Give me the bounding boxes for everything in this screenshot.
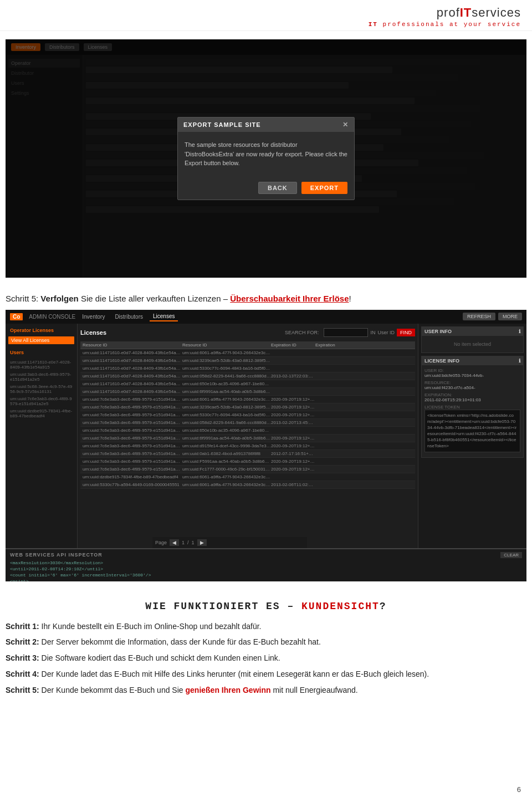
nav-inventory[interactable]: Inventory: [79, 313, 108, 321]
cell-col3: [271, 428, 315, 433]
token-label: LICENSE TOKEN: [424, 405, 520, 410]
more-button[interactable]: MORE: [498, 313, 522, 320]
table-row[interactable]: urn:uuid:7c6e3ab3-dec6-4f89-9579-e151d94…: [80, 450, 415, 458]
cell-col2: urn:uuid:650e10b-ac35-4096-a967-1be80848…: [182, 428, 271, 433]
table-row[interactable]: urn:uuid:11471610-e0d7-4028-8409-43fb1e5…: [80, 372, 415, 380]
prev-page-button[interactable]: ◀: [170, 539, 179, 546]
logo-subtitle-text: professionals at your service: [378, 21, 521, 28]
logo-it: IT: [460, 6, 472, 19]
table-row[interactable]: urn:uuid:7c6e3ab3-dec6-4f89-9579-e151d94…: [80, 427, 415, 435]
cell-col1: urn:uuid:11471610-e0d7-4028-8409-43fb1e5…: [83, 358, 182, 363]
table-row[interactable]: urn:uuid:7c6e3ab3-dec6-4f89-9579-e151d94…: [80, 442, 415, 450]
cell-col4: [315, 474, 354, 479]
cell-col4: [315, 366, 354, 371]
wie-section: WIE FUNKTIONIERT ES – KUNDENSICHT? Schri…: [0, 587, 532, 708]
cell-col2: urn:uuid:6061-a9ffa-477f-9043-266432e3cd…: [182, 474, 271, 479]
step5-main-text: Der Kunde bekommt das E-Buch und Sie: [39, 686, 186, 694]
cell-col2: urn:uuid:6061-a9ffa-477f-9043-266432e3cd…: [182, 397, 271, 402]
next-page-button[interactable]: ▶: [197, 539, 207, 546]
table-row[interactable]: urn:uuid:7c6e3ab3-dec6-4f89-9579-e151d94…: [80, 403, 415, 411]
token-value: <licenseToken xmlns='http://ns.adobslide…: [424, 410, 520, 452]
cell-col4: [315, 412, 354, 417]
uuid-2: urn:uuid:3ab3-dec6-4f89-9579-e151d941a2e…: [8, 371, 74, 383]
lic-right-controls: REFRESH MORE: [463, 313, 522, 320]
wie-step-3: Schritt 3: Die Software kodiert das E-Bu…: [6, 652, 526, 665]
nav-licenses[interactable]: Licenses: [150, 312, 178, 321]
table-row[interactable]: urn:uuid:7c6e3ab3-dec6-4f89-9579-e151d94…: [80, 466, 415, 473]
table-row[interactable]: urn:uuid:7c6e3ab3-dec6-4f89-9579-e151d94…: [80, 411, 415, 419]
resource-label: RESOURCE:: [424, 380, 520, 385]
lic-topbar: Co ADMIN CONSOLE Inventory Distributors …: [6, 310, 526, 324]
cell-col3: 2013-02-20T13:45:01:00: [271, 420, 315, 425]
search-area: [324, 328, 368, 337]
expiration-label: EXPIRATION:: [424, 392, 520, 397]
cell-col2: urn:uuid:058d2-8229-6441-9a66-ccc8880d4e…: [182, 420, 271, 425]
api-inspector-header: WEB SERVICES API INSPECTOR CLEAR: [10, 552, 522, 558]
cell-col4: [315, 350, 354, 355]
logo-subtitle: IT professionals at your service: [369, 21, 521, 28]
api-clear-button[interactable]: CLEAR: [500, 552, 522, 558]
cell-col1: urn:uuid:7c6e3ab3-dec6-4f89-9579-e151d94…: [83, 412, 182, 417]
step5-bold-red: genießen Ihren Gewinn: [186, 686, 271, 694]
user-info-section: USER INFO ℹ No item selected: [421, 326, 524, 353]
user-id-dropdown[interactable]: User ID: [377, 330, 395, 335]
table-row[interactable]: urn:uuid:5330c77b-a594-4849-0169-0000045…: [80, 481, 415, 489]
back-button[interactable]: BACK: [258, 182, 297, 194]
cell-col2: urn:uuid:5330c77c-6094-4843-ba16-bd5f09a…: [182, 412, 271, 417]
modal-close-icon[interactable]: ✕: [342, 121, 349, 129]
cell-col3: [271, 381, 315, 386]
wie-step-5: Schritt 5: Der Kunde bekommt das E-Buch …: [6, 684, 526, 697]
table-row[interactable]: urn:uuid:11471610-e0d7-4028-8409-43fb1e5…: [80, 349, 415, 357]
export-button[interactable]: EXPORT: [301, 182, 347, 194]
table-row[interactable]: urn:uuid:11471610-e0d7-4028-8409-43fb1e5…: [80, 365, 415, 372]
wie-steps: Schritt 1: Ihr Kunde bestellt ein E-Buch…: [6, 620, 526, 697]
cell-col2: urn:uuid:Fc1777-0000-49c6-29c-bf1500313e…: [182, 467, 271, 472]
users-label: Users: [8, 349, 74, 356]
cell-col3: [271, 350, 315, 355]
license-info-header: LICENSE INFO ℹ: [422, 356, 523, 365]
current-page: 1: [182, 540, 185, 545]
user-info-label: USER INFO: [424, 329, 452, 334]
cell-col3: [271, 358, 315, 363]
token-field: LICENSE TOKEN <licenseToken xmlns='http:…: [424, 405, 520, 452]
cell-col2: urn:uuid:0ab1-6382-4bcd-a9913786f8f8: [182, 451, 271, 456]
cell-col1: urn:uuid:11471610-e0d7-4028-8409-43fb1e5…: [83, 374, 182, 379]
wie-step-2: Schritt 2: Der Server bekommt die Inform…: [6, 636, 526, 649]
table-body: urn:uuid:11471610-e0d7-4028-8409-43fb1e5…: [80, 349, 415, 489]
cell-col1: urn:uuid:7c6e3ab3-dec6-4f89-9579-e151d94…: [83, 459, 182, 464]
step5-text-after: mit null Energieaufwand.: [271, 686, 358, 694]
cell-col2: urn:uuid:6061-a9ffa-477f-9043-266432e3cd…: [182, 350, 271, 355]
cell-col4: [315, 482, 354, 487]
api-code-line: <until>2011-02-08T14:29:10Z</until>: [10, 566, 522, 572]
modal-overlay: EXPORT SAMPLE SITE ✕ The sample store re…: [6, 39, 526, 278]
lic-right-panel: USER INFO ℹ No item selected LICENSE INF…: [418, 324, 526, 581]
find-button[interactable]: FIND: [397, 329, 415, 336]
cell-col3: [271, 474, 315, 479]
user-id-value: urn:uuid:bdcfe053-7034-44vb-: [424, 373, 520, 378]
step5-num: Schritt 5:: [6, 686, 39, 694]
cell-col3: 2020-09-20T19:12+02:00: [271, 459, 315, 464]
table-row[interactable]: urn:uuid:7c6e3ab3-dec6-4f89-9579-e151d94…: [80, 396, 415, 403]
table-row[interactable]: urn:uuid:11471610-e0d7-4028-8409-43fb1e5…: [80, 388, 415, 396]
table-row[interactable]: urn:uuid:7c6e3ab3-dec6-4f89-9579-e151d94…: [80, 419, 415, 427]
resource-value: urn:uuid:f4230-cf7c-a504-: [424, 385, 520, 390]
table-row[interactable]: urn:uuid:dzdbe915-7834f-4fbe-b89-47bedbe…: [80, 473, 415, 481]
expiration-value: 2011-02-06T15:29:10+01:03: [424, 397, 520, 402]
uuid-3: urn:uuid:5c68-3eee-4c9-57e-4956-9c9-57z5…: [8, 383, 74, 395]
view-all-licenses[interactable]: View All Licenses: [8, 336, 74, 344]
nav-distributors[interactable]: Distributors: [111, 313, 146, 321]
table-row[interactable]: urn:uuid:11471610-e0d7-4028-8409-43fb1e5…: [80, 380, 415, 388]
table-row[interactable]: urn:uuid:11471610-e0d7-4028-8409-43fb1e5…: [80, 357, 415, 365]
lic-logo: Co: [10, 313, 23, 320]
cell-col1: urn:uuid:7c6e3ab3-dec6-4f89-9579-e151d94…: [83, 436, 182, 441]
cell-col1: urn:uuid:5330c77b-a594-4849-0169-0000045…: [83, 482, 182, 487]
user-info-header: USER INFO ℹ: [422, 327, 523, 336]
cell-col4: [315, 397, 354, 402]
step1-text: Ihr Kunde bestellt ein E-Buch im Online-…: [39, 622, 262, 631]
table-row[interactable]: urn:uuid:7c6e3ab3-dec6-4f89-9579-e151d94…: [80, 458, 415, 466]
table-row[interactable]: urn:uuid:7c6e3ab3-dec6-4f89-9579-e151d94…: [80, 435, 415, 442]
search-input[interactable]: [324, 328, 368, 337]
cell-col3: 2020-09-20T19:12+02:00: [271, 436, 315, 441]
refresh-button[interactable]: REFRESH: [463, 313, 495, 320]
cell-col4: [315, 443, 354, 448]
